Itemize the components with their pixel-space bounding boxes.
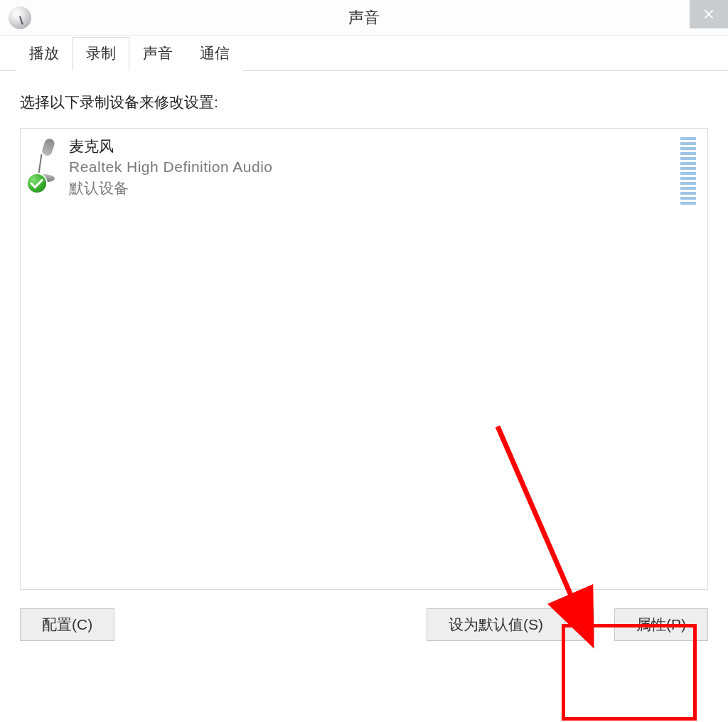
window-title: 声音 xyxy=(0,7,728,28)
instruction-text: 选择以下录制设备来修改设置: xyxy=(20,92,708,112)
set-default-dropdown[interactable] xyxy=(564,608,594,641)
tab-playback[interactable]: 播放 xyxy=(16,37,73,71)
chevron-down-icon xyxy=(574,621,584,628)
device-driver: Realtek High Definition Audio xyxy=(69,156,680,177)
tab-communications[interactable]: 通信 xyxy=(186,37,243,71)
device-name: 麦克风 xyxy=(69,136,680,156)
level-meter xyxy=(680,137,696,205)
tab-sounds[interactable]: 声音 xyxy=(129,37,186,71)
recording-panel: 选择以下录制设备来修改设置: 麦克风 Realtek High Definiti… xyxy=(0,71,728,641)
titlebar: 声音 xyxy=(0,0,728,36)
close-button[interactable] xyxy=(690,0,728,28)
device-status: 默认设备 xyxy=(69,178,680,198)
button-row: 配置(C) 设为默认值(S) 属性(P) xyxy=(20,590,708,641)
tab-recording[interactable]: 录制 xyxy=(73,37,129,71)
set-default-split-button: 设为默认值(S) xyxy=(427,608,594,641)
close-icon xyxy=(704,9,714,19)
configure-button[interactable]: 配置(C) xyxy=(20,608,114,641)
tab-strip: 播放 录制 声音 通信 xyxy=(0,36,728,71)
device-text: 麦克风 Realtek High Definition Audio 默认设备 xyxy=(69,134,680,205)
properties-button[interactable]: 属性(P) xyxy=(614,608,708,641)
microphone-icon xyxy=(26,134,69,205)
svg-marker-2 xyxy=(574,622,584,627)
device-item-microphone[interactable]: 麦克风 Realtek High Definition Audio 默认设备 xyxy=(21,129,707,212)
device-list[interactable]: 麦克风 Realtek High Definition Audio 默认设备 xyxy=(20,128,708,590)
set-default-button[interactable]: 设为默认值(S) xyxy=(427,608,564,641)
default-device-check-icon xyxy=(26,173,48,194)
